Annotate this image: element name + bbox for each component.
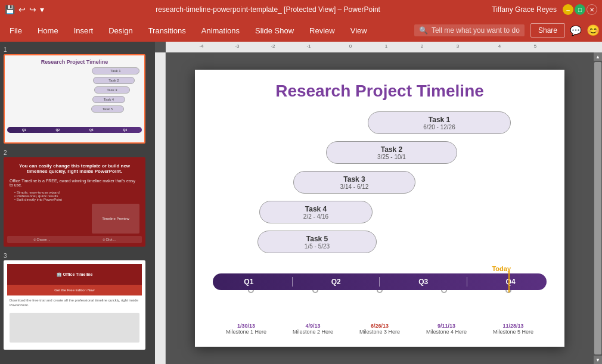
m2-date: 4/9/13 bbox=[305, 323, 320, 329]
task-bar-5[interactable]: Task 5 1/5 - 5/23 bbox=[257, 231, 377, 253]
title-bar: 💾 ↩ ↪ ▾ research-timeline-powerpoint-tem… bbox=[0, 0, 602, 19]
menu-tab-transitions[interactable]: Transitions bbox=[141, 23, 193, 39]
menu-tab-insert[interactable]: Insert bbox=[67, 23, 101, 39]
search-bar[interactable]: 🔍 Tell me what you want to do bbox=[414, 24, 525, 36]
task2-name: Task 2 bbox=[381, 145, 402, 154]
slide-canvas: Research Project Timeline Task 1 6/20 - … bbox=[166, 52, 594, 364]
task-bar-1[interactable]: Task 1 6/20 - 12/26 bbox=[368, 111, 511, 134]
m4-date: 9/11/13 bbox=[437, 323, 455, 329]
mini-task4: Task 4 bbox=[92, 96, 125, 103]
slide-preview-3: 🏢 Office Timeline Get the Free Edition N… bbox=[4, 260, 145, 350]
task-bar-2[interactable]: Task 2 3/25 - 10/1 bbox=[326, 141, 457, 164]
q1-label: Q1 bbox=[244, 278, 253, 286]
thumb2-bullets: • Simple, easy-to-use wizard • Professio… bbox=[10, 191, 139, 201]
search-text: Tell me what you want to do bbox=[432, 26, 520, 35]
slide-thumb-2[interactable]: 2 You can easily change this template or… bbox=[4, 150, 151, 247]
m1-date: 1/30/13 bbox=[237, 323, 255, 329]
task3-name: Task 3 bbox=[343, 175, 365, 183]
close-button[interactable]: ✕ bbox=[587, 4, 597, 15]
scroll-down-button[interactable]: ▼ bbox=[594, 356, 602, 364]
thumb2-subtitle: Office Timeline is a FREE, award winning… bbox=[10, 179, 139, 187]
m4-name: Milestone 4 Here bbox=[426, 329, 467, 335]
slide-thumb-1[interactable]: 1 Research Project Timeline Task 1 Task … bbox=[4, 46, 151, 144]
m3-date: 6/26/13 bbox=[371, 323, 389, 329]
q2-divider bbox=[379, 277, 380, 287]
task3-dates: 3/14 - 6/12 bbox=[340, 183, 369, 190]
menu-tab-slideshow[interactable]: Slide Show bbox=[248, 23, 301, 39]
comments-icon[interactable]: 💬 bbox=[570, 25, 582, 36]
task4-name: Task 4 bbox=[305, 205, 327, 213]
thumb3-body: Download the free trial and create all t… bbox=[7, 295, 142, 310]
q4-label: Q4 bbox=[506, 278, 516, 286]
ruler-marks-h: -4 -3 -2 -1 0 1 2 3 4 5 bbox=[166, 42, 602, 52]
title-bar-left: 💾 ↩ ↪ ▾ bbox=[5, 5, 44, 14]
m2-name: Milestone 2 Here bbox=[293, 329, 333, 335]
customize-qat-icon[interactable]: ▾ bbox=[40, 5, 44, 14]
today-line bbox=[508, 271, 510, 293]
q1-divider bbox=[292, 277, 293, 287]
mini-task2: Task 2 bbox=[93, 77, 135, 84]
task-bar-4[interactable]: Task 4 2/2 - 4/16 bbox=[259, 201, 373, 223]
thumb3-chart-area bbox=[10, 313, 139, 343]
m3-name: Milestone 3 Here bbox=[359, 329, 400, 335]
milestone-2: 4/9/13 Milestone 2 Here bbox=[293, 323, 333, 335]
mini-task1: Task 1 bbox=[92, 67, 139, 74]
milestone-5: 11/28/13 Milestone 5 Here bbox=[493, 323, 533, 335]
slide-display: Research Project Timeline Task 1 6/20 - … bbox=[195, 70, 564, 347]
username: Tiffany Grace Reyes bbox=[492, 5, 557, 14]
today-label: Today bbox=[213, 265, 511, 272]
milestones-row: 1/30/13 Milestone 1 Here 4/9/13 Mileston… bbox=[213, 323, 547, 335]
m5-date: 11/28/13 bbox=[502, 323, 523, 329]
thumb3-header: 🏢 Office Timeline bbox=[7, 264, 142, 285]
slide-num-1: 1 bbox=[4, 46, 151, 53]
slide-preview-2: You can easily change this template or b… bbox=[4, 157, 145, 247]
maximize-button[interactable]: □ bbox=[575, 4, 585, 15]
editor-area: -4 -3 -2 -1 0 1 2 3 4 5 Research Project… bbox=[155, 42, 602, 364]
share-button[interactable]: Share bbox=[530, 23, 565, 38]
milestone-3: 6/26/13 Milestone 3 Here bbox=[359, 323, 400, 335]
menu-tab-animations[interactable]: Animations bbox=[194, 23, 247, 39]
scroll-up-button[interactable]: ▲ bbox=[594, 52, 602, 61]
window-controls: – □ ✕ bbox=[563, 4, 597, 15]
q-bar-container: Today Q1 Q2 Q3 Q4 bbox=[213, 265, 547, 293]
slide-panel: 1 Research Project Timeline Task 1 Task … bbox=[0, 42, 155, 364]
minimize-button[interactable]: – bbox=[563, 4, 573, 15]
task4-dates: 2/2 - 4/16 bbox=[303, 213, 328, 220]
q-bar: Q1 Q2 Q3 Q4 bbox=[213, 273, 547, 290]
task-bar-3[interactable]: Task 3 3/14 - 6/12 bbox=[293, 171, 415, 194]
mini-qbar: Q1 Q2 Q3 Q4 bbox=[7, 127, 142, 133]
menu-tab-file[interactable]: File bbox=[2, 23, 29, 39]
save-icon[interactable]: 💾 bbox=[5, 5, 15, 14]
thumb1-title: Research Project Timeline bbox=[5, 55, 144, 65]
scrollbar-vertical[interactable]: ▲ ▼ bbox=[594, 52, 602, 364]
scroll-thumb-vertical[interactable] bbox=[594, 62, 601, 354]
title-bar-right: Tiffany Grace Reyes – □ ✕ bbox=[492, 4, 597, 15]
thumb2-preview-box: Timeline Preview bbox=[92, 204, 139, 234]
thumb2-bottom: ① Choose ...② Click ... bbox=[7, 236, 142, 243]
window-title: research-timeline-powerpoint-template_ [… bbox=[44, 5, 492, 14]
q2-label: Q2 bbox=[331, 278, 341, 286]
ruler-vertical bbox=[155, 52, 166, 364]
main-area: 1 Research Project Timeline Task 1 Task … bbox=[0, 42, 602, 364]
redo-icon[interactable]: ↪ bbox=[29, 5, 36, 14]
menu-tab-view[interactable]: View bbox=[343, 23, 374, 39]
slide-title: Research Project Timeline bbox=[195, 70, 564, 101]
undo-icon[interactable]: ↩ bbox=[18, 5, 26, 14]
menu-tab-review[interactable]: Review bbox=[302, 23, 342, 39]
slide-num-2: 2 bbox=[4, 150, 151, 156]
q3-label: Q3 bbox=[418, 278, 428, 286]
editor-content: Research Project Timeline Task 1 6/20 - … bbox=[155, 52, 602, 364]
menu-tab-home[interactable]: Home bbox=[30, 23, 66, 39]
mini-task5: Task 5 bbox=[91, 105, 124, 113]
task1-name: Task 1 bbox=[429, 116, 450, 124]
slide-preview-1: Research Project Timeline Task 1 Task 2 … bbox=[4, 54, 145, 144]
mini-task3: Task 3 bbox=[94, 86, 130, 94]
menu-bar: File Home Insert Design Transitions Anim… bbox=[0, 19, 602, 42]
menu-tab-design[interactable]: Design bbox=[101, 23, 139, 39]
task5-dates: 1/5 - 5/23 bbox=[305, 243, 330, 250]
search-icon: 🔍 bbox=[419, 26, 428, 35]
m1-name: Milestone 1 Here bbox=[226, 329, 266, 335]
m5-name: Milestone 5 Here bbox=[493, 329, 533, 335]
ruler-horizontal: -4 -3 -2 -1 0 1 2 3 4 5 bbox=[166, 42, 602, 52]
slide-thumb-3[interactable]: 3 🏢 Office Timeline Get the Free Edition… bbox=[4, 253, 151, 350]
